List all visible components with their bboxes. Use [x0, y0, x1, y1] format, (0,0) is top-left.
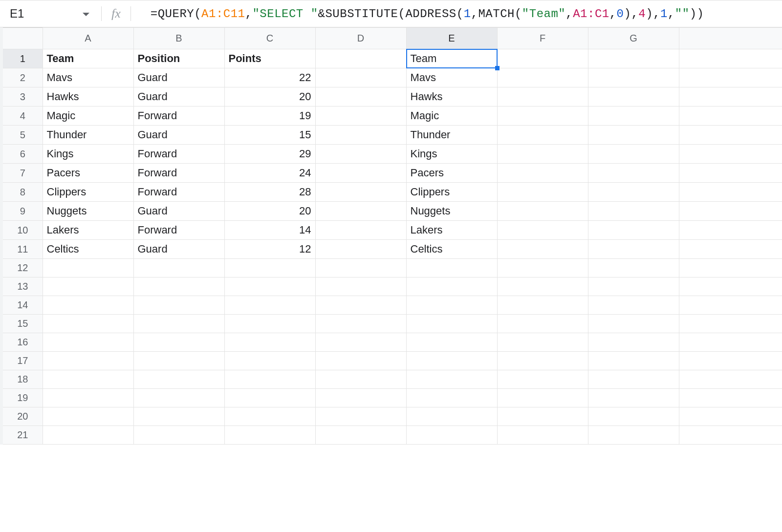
cell-A4[interactable]: Magic	[43, 106, 133, 126]
cell-E3[interactable]: Hawks	[406, 87, 497, 106]
cell-F11[interactable]	[497, 240, 588, 259]
cell-B1[interactable]: Position	[133, 49, 224, 68]
cell-B20[interactable]	[133, 407, 224, 426]
row-header-1[interactable]: 1	[1, 49, 43, 68]
cell-F15[interactable]	[497, 315, 588, 333]
cell-H3[interactable]	[679, 87, 782, 106]
cell-D17[interactable]	[315, 352, 406, 370]
cell-C2[interactable]: 22	[224, 68, 315, 87]
cell-H9[interactable]	[679, 202, 782, 221]
cell-E15[interactable]	[406, 315, 497, 333]
cell-D7[interactable]	[315, 164, 406, 183]
cell-H11[interactable]	[679, 240, 782, 259]
cell-E12[interactable]	[406, 259, 497, 277]
cell-C10[interactable]: 14	[224, 221, 315, 240]
cell-G8[interactable]	[588, 183, 679, 202]
cell-E20[interactable]	[406, 407, 497, 426]
cell-E5[interactable]: Thunder	[406, 126, 497, 145]
cell-A14[interactable]	[43, 296, 133, 315]
cell-F3[interactable]	[497, 87, 588, 106]
row-header-10[interactable]: 10	[1, 221, 43, 240]
cell-D21[interactable]	[315, 426, 406, 445]
cell-G20[interactable]	[588, 407, 679, 426]
row-header-12[interactable]: 12	[1, 259, 43, 277]
cell-B19[interactable]	[133, 389, 224, 407]
cell-B21[interactable]	[133, 426, 224, 445]
cell-A12[interactable]	[43, 259, 133, 277]
cell-G4[interactable]	[588, 106, 679, 126]
cell-G1[interactable]	[588, 49, 679, 68]
cell-A8[interactable]: Clippers	[43, 183, 133, 202]
cell-C19[interactable]	[224, 389, 315, 407]
cell-G11[interactable]	[588, 240, 679, 259]
column-header-D[interactable]: D	[315, 28, 406, 49]
cell-G19[interactable]	[588, 389, 679, 407]
cell-H8[interactable]	[679, 183, 782, 202]
cell-D10[interactable]	[315, 221, 406, 240]
cell-D12[interactable]	[315, 259, 406, 277]
cell-H18[interactable]	[679, 370, 782, 389]
cell-H4[interactable]	[679, 106, 782, 126]
cell-F13[interactable]	[497, 277, 588, 296]
cell-H15[interactable]	[679, 315, 782, 333]
cell-H12[interactable]	[679, 259, 782, 277]
cell-B8[interactable]: Forward	[133, 183, 224, 202]
cell-G15[interactable]	[588, 315, 679, 333]
cell-C17[interactable]	[224, 352, 315, 370]
cell-A2[interactable]: Mavs	[43, 68, 133, 87]
cell-A15[interactable]	[43, 315, 133, 333]
row-header-15[interactable]: 15	[1, 315, 43, 333]
cell-C12[interactable]	[224, 259, 315, 277]
cell-D11[interactable]	[315, 240, 406, 259]
cell-H2[interactable]	[679, 68, 782, 87]
column-header-B[interactable]: B	[133, 28, 224, 49]
cell-E7[interactable]: Pacers	[406, 164, 497, 183]
cell-A11[interactable]: Celtics	[43, 240, 133, 259]
cell-E6[interactable]: Kings	[406, 145, 497, 164]
cell-F12[interactable]	[497, 259, 588, 277]
cell-E18[interactable]	[406, 370, 497, 389]
cell-E17[interactable]	[406, 352, 497, 370]
cell-C21[interactable]	[224, 426, 315, 445]
row-header-18[interactable]: 18	[1, 370, 43, 389]
cell-H6[interactable]	[679, 145, 782, 164]
row-header-7[interactable]: 7	[1, 164, 43, 183]
cell-B16[interactable]	[133, 333, 224, 352]
cell-E16[interactable]	[406, 333, 497, 352]
cell-C3[interactable]: 20	[224, 87, 315, 106]
cell-G16[interactable]	[588, 333, 679, 352]
cell-H14[interactable]	[679, 296, 782, 315]
cell-A1[interactable]: Team	[43, 49, 133, 68]
cell-F16[interactable]	[497, 333, 588, 352]
column-header-E[interactable]: E	[406, 28, 497, 49]
cell-B17[interactable]	[133, 352, 224, 370]
cell-H7[interactable]	[679, 164, 782, 183]
cell-G17[interactable]	[588, 352, 679, 370]
cell-D13[interactable]	[315, 277, 406, 296]
cell-C5[interactable]: 15	[224, 126, 315, 145]
cell-E13[interactable]	[406, 277, 497, 296]
cell-G14[interactable]	[588, 296, 679, 315]
cell-D18[interactable]	[315, 370, 406, 389]
cell-A19[interactable]	[43, 389, 133, 407]
row-header-17[interactable]: 17	[1, 352, 43, 370]
row-header-5[interactable]: 5	[1, 126, 43, 145]
cell-G10[interactable]	[588, 221, 679, 240]
cell-C14[interactable]	[224, 296, 315, 315]
select-all-corner[interactable]	[1, 28, 43, 49]
cell-A17[interactable]	[43, 352, 133, 370]
cell-B4[interactable]: Forward	[133, 106, 224, 126]
cell-B13[interactable]	[133, 277, 224, 296]
cell-G2[interactable]	[588, 68, 679, 87]
cell-G18[interactable]	[588, 370, 679, 389]
cell-H10[interactable]	[679, 221, 782, 240]
cell-F7[interactable]	[497, 164, 588, 183]
column-header-C[interactable]: C	[224, 28, 315, 49]
cell-E14[interactable]	[406, 296, 497, 315]
cell-D2[interactable]	[315, 68, 406, 87]
cell-C13[interactable]	[224, 277, 315, 296]
column-header-G[interactable]: G	[588, 28, 679, 49]
row-header-2[interactable]: 2	[1, 68, 43, 87]
cell-F5[interactable]	[497, 126, 588, 145]
cell-H17[interactable]	[679, 352, 782, 370]
